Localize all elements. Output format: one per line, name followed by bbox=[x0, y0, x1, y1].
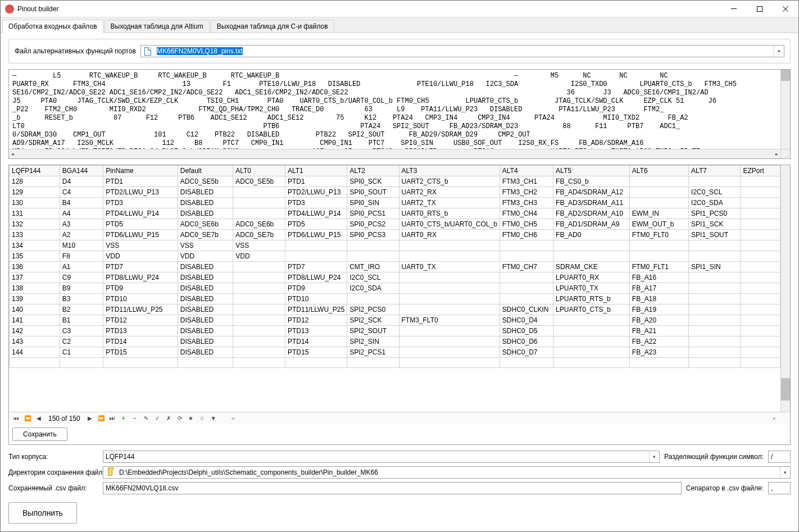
table-cell[interactable]: DISABLED bbox=[178, 198, 233, 208]
table-cell[interactable]: PTD4/LLWU_P14 bbox=[285, 208, 347, 219]
table-cell[interactable]: SPI0_SOUT bbox=[347, 187, 399, 198]
table-cell[interactable]: FB_A16 bbox=[629, 272, 688, 283]
table-cell[interactable] bbox=[233, 283, 285, 294]
table-row[interactable]: 136A1PTD7DISABLEDPTD7CMT_IROUART0_TXFTM0… bbox=[10, 262, 780, 272]
table-cell[interactable]: SPI0_SIN bbox=[347, 198, 399, 208]
table-cell[interactable]: SPI1_SCK bbox=[689, 219, 741, 230]
raw-text-area[interactable]: — L5 RTC_WAKEUP_B RTC_WAKEUP_B RTC_WAKEU… bbox=[8, 69, 791, 159]
table-cell[interactable]: UART2_RX bbox=[399, 187, 500, 198]
table-cell[interactable]: VDD bbox=[178, 251, 233, 262]
table-cell[interactable]: VSS bbox=[103, 240, 178, 251]
table-cell[interactable] bbox=[689, 315, 741, 326]
table-cell[interactable]: PTD1 bbox=[103, 176, 178, 187]
minimize-button[interactable] bbox=[721, 1, 747, 17]
table-cell[interactable]: SDHC0_D6 bbox=[500, 337, 553, 347]
nav-filter-button[interactable]: ▼ bbox=[208, 413, 219, 424]
table-cell[interactable] bbox=[60, 358, 103, 368]
table-cell[interactable]: ADC0_SE7b bbox=[178, 230, 233, 240]
table-cell[interactable]: SPI0_PCS3 bbox=[347, 230, 399, 240]
table-cell[interactable] bbox=[233, 326, 285, 337]
close-button[interactable] bbox=[773, 1, 798, 17]
table-row[interactable]: 133A2PTD6/LLWU_P15ADC0_SE7bADC0_SE7bPTD6… bbox=[10, 230, 780, 240]
table-cell[interactable]: I2C0_SCL bbox=[347, 272, 399, 283]
table-cell[interactable]: SDRAM_CKE bbox=[553, 262, 630, 272]
table-cell[interactable] bbox=[500, 251, 553, 262]
table-cell[interactable]: 130 bbox=[10, 198, 60, 208]
table-cell[interactable]: VSS bbox=[233, 240, 285, 251]
table-cell[interactable]: C2 bbox=[60, 337, 103, 347]
table-cell[interactable]: A1 bbox=[60, 262, 103, 272]
table-cell[interactable] bbox=[500, 272, 553, 283]
table-cell[interactable] bbox=[399, 283, 500, 294]
table-cell[interactable]: UART0_RX bbox=[399, 230, 500, 240]
table-cell[interactable] bbox=[629, 187, 688, 198]
table-cell[interactable]: FB_CS0_b bbox=[553, 176, 630, 187]
table-cell[interactable]: F8 bbox=[60, 251, 103, 262]
table-row[interactable]: 141B1PTD12DISABLEDPTD12SPI2_SCKFTM3_FLT0… bbox=[10, 315, 780, 326]
table-cell[interactable] bbox=[741, 326, 780, 337]
table-cell[interactable] bbox=[741, 208, 780, 219]
table-cell[interactable] bbox=[233, 187, 285, 198]
table-cell[interactable]: 132 bbox=[10, 219, 60, 230]
table-cell[interactable]: C1 bbox=[60, 347, 103, 358]
table-cell[interactable]: 136 bbox=[10, 262, 60, 272]
table-cell[interactable]: DISABLED bbox=[178, 187, 233, 198]
table-cell[interactable]: FTM0_CH5 bbox=[500, 219, 553, 230]
nav-hscroll[interactable]: ◂▸ bbox=[220, 415, 788, 422]
table-cell[interactable]: SPI2_SOUT bbox=[347, 326, 399, 337]
table-cell[interactable]: FB_A22 bbox=[629, 337, 688, 347]
table-cell[interactable] bbox=[741, 272, 780, 283]
table-cell[interactable]: PTD9 bbox=[285, 283, 347, 294]
table-cell[interactable]: DISABLED bbox=[178, 272, 233, 283]
table-cell[interactable] bbox=[500, 283, 553, 294]
table-cell[interactable] bbox=[347, 358, 399, 368]
save-dir-combo[interactable]: D:\Embedded\Projects\Delphi_utils\Schema… bbox=[103, 466, 791, 479]
table-cell[interactable] bbox=[741, 337, 780, 347]
separator-symbol-input[interactable] bbox=[768, 451, 791, 463]
table-cell[interactable]: 138 bbox=[10, 283, 60, 294]
table-cell[interactable]: FTM0_CH6 bbox=[500, 230, 553, 240]
table-cell[interactable] bbox=[741, 187, 780, 198]
table-cell[interactable]: PTD10 bbox=[285, 294, 347, 304]
table-cell[interactable]: FB_AD2/SDRAM_A10 bbox=[553, 208, 630, 219]
table-cell[interactable]: A2 bbox=[60, 230, 103, 240]
table-cell[interactable]: PTD2/LLWU_P13 bbox=[285, 187, 347, 198]
table-cell[interactable]: FTM0_CH7 bbox=[500, 262, 553, 272]
table-cell[interactable]: SPI1_PCS0 bbox=[689, 208, 741, 219]
table-row[interactable] bbox=[10, 358, 780, 368]
table-cell[interactable] bbox=[553, 315, 630, 326]
table-cell[interactable]: A3 bbox=[60, 219, 103, 230]
table-cell[interactable]: 139 bbox=[10, 294, 60, 304]
table-cell[interactable]: C3 bbox=[60, 326, 103, 337]
table-cell[interactable]: DISABLED bbox=[178, 347, 233, 358]
chevron-down-icon[interactable]: ▾ bbox=[774, 46, 784, 57]
table-cell[interactable] bbox=[741, 304, 780, 315]
table-cell[interactable]: VDD bbox=[233, 251, 285, 262]
table-cell[interactable]: ADC0_SE7b bbox=[233, 230, 285, 240]
table-cell[interactable]: ADC0_SE5b bbox=[178, 176, 233, 187]
csv-file-input[interactable] bbox=[103, 482, 682, 494]
table-cell[interactable] bbox=[689, 347, 741, 358]
table-cell[interactable] bbox=[347, 251, 399, 262]
table-cell[interactable]: SPI2_SCK bbox=[347, 315, 399, 326]
table-row[interactable]: 132A3PTD5ADC0_SE6bADC0_SE6bPTD5SPI0_PCS2… bbox=[10, 219, 780, 230]
table-row[interactable]: 140B2PTD11/LLWU_P25DISABLEDPTD11/LLWU_P2… bbox=[10, 304, 780, 315]
table-cell[interactable]: B4 bbox=[60, 198, 103, 208]
tab-c-output[interactable]: Выходная таблица для C-и файлов bbox=[211, 20, 334, 33]
table-cell[interactable]: PTD8/LLWU_P24 bbox=[103, 272, 178, 283]
table-cell[interactable]: SPI1_SIN bbox=[689, 262, 741, 272]
table-cell[interactable] bbox=[741, 240, 780, 251]
nav-insert-button[interactable]: + bbox=[119, 413, 129, 424]
table-cell[interactable] bbox=[553, 337, 630, 347]
column-header[interactable]: BGA144 bbox=[60, 166, 103, 176]
column-header[interactable]: EZPort bbox=[741, 166, 780, 176]
table-cell[interactable]: 133 bbox=[10, 230, 60, 240]
table-cell[interactable]: FTM3_CH2 bbox=[500, 187, 553, 198]
table-cell[interactable]: FB_AD0 bbox=[553, 230, 630, 240]
table-cell[interactable]: FB_A19 bbox=[629, 304, 688, 315]
table-cell[interactable] bbox=[689, 251, 741, 262]
table-cell[interactable] bbox=[553, 358, 630, 368]
maximize-button[interactable] bbox=[747, 1, 773, 17]
table-cell[interactable] bbox=[399, 347, 500, 358]
table-cell[interactable]: FB_A17 bbox=[629, 283, 688, 294]
